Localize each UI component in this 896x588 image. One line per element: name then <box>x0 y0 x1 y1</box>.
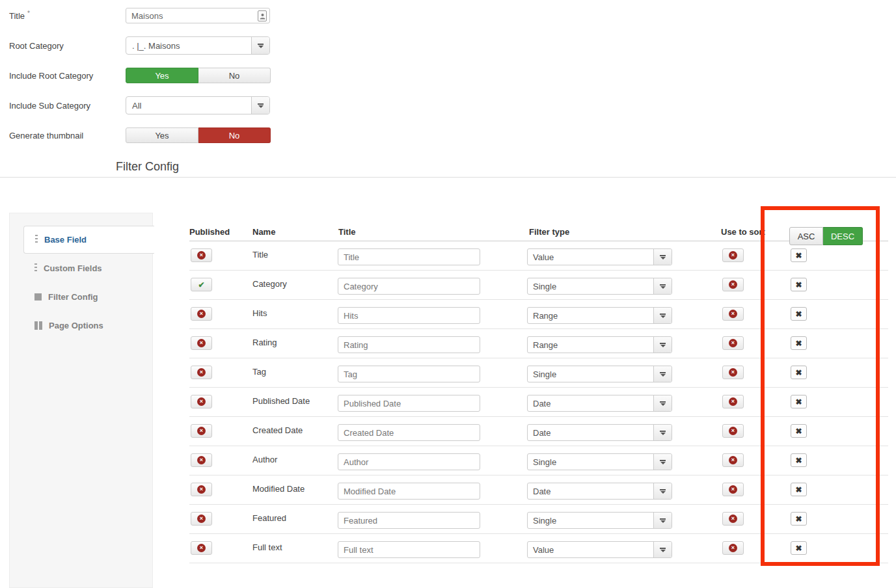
use-to-sort-toggle-button[interactable]: × <box>722 483 744 496</box>
published-toggle-button[interactable]: × <box>191 541 212 555</box>
remove-sort-button[interactable]: ✖ <box>791 307 807 321</box>
form-row-include-root: Include Root Category Yes No <box>9 68 271 83</box>
filter-type-select[interactable]: Date <box>527 483 672 500</box>
x-circle-icon: × <box>197 456 206 464</box>
table-row: × Modified Date Date × ✖ <box>189 475 888 505</box>
use-to-sort-toggle-button[interactable]: × <box>722 336 744 350</box>
include-sub-select[interactable]: All <box>126 96 270 114</box>
use-to-sort-toggle-button[interactable]: × <box>722 512 744 526</box>
published-toggle-button[interactable]: × <box>191 424 212 438</box>
field-title-input[interactable] <box>338 307 480 324</box>
published-toggle-button[interactable]: × <box>191 395 212 408</box>
generate-thumbnail-label: Generate thumbnail <box>9 131 126 140</box>
remove-sort-button[interactable]: ✖ <box>791 248 807 262</box>
column-header-filter-type: Filter type <box>529 227 569 237</box>
published-toggle-button[interactable]: × <box>191 307 212 321</box>
use-to-sort-toggle-button[interactable]: × <box>722 366 744 379</box>
filter-type-value: Range <box>528 340 653 350</box>
field-title-input[interactable] <box>338 541 480 558</box>
double-bar-icon <box>34 321 42 330</box>
root-category-label: Root Category <box>9 41 126 51</box>
table-row: × Created Date Date × ✖ <box>189 417 888 446</box>
chevron-down-icon <box>653 513 672 528</box>
table-header-row: Published Name Title Filter type Use to … <box>189 224 888 241</box>
remove-sort-button[interactable]: ✖ <box>791 453 807 467</box>
filter-fields-table: Published Name Title Filter type Use to … <box>189 224 888 563</box>
remove-sort-button[interactable]: ✖ <box>791 395 807 408</box>
field-title-input[interactable] <box>338 278 480 295</box>
use-to-sort-toggle-button[interactable]: × <box>722 278 744 291</box>
include-sub-value: All <box>126 101 251 111</box>
table-body: × Title Value × ✖ <box>189 241 888 563</box>
chevron-down-icon <box>653 483 672 499</box>
filter-type-select[interactable]: Single <box>527 512 672 529</box>
chevron-down-icon <box>251 97 269 114</box>
generate-thumbnail-no-button[interactable]: No <box>198 127 271 143</box>
x-icon: ✖ <box>795 485 802 494</box>
root-category-select[interactable]: . |_. Maisons <box>126 36 270 55</box>
filter-type-value: Date <box>528 428 653 438</box>
published-toggle-button[interactable]: × <box>191 248 212 262</box>
table-row: × Author Single × ✖ <box>189 446 888 475</box>
remove-sort-button[interactable]: ✖ <box>791 366 807 379</box>
published-toggle-button[interactable]: ✔ <box>191 278 212 291</box>
generate-thumbnail-yes-button[interactable]: Yes <box>126 127 198 143</box>
remove-sort-button[interactable]: ✖ <box>791 512 807 526</box>
sidebar-item-filter-config[interactable]: Filter Config <box>10 282 152 311</box>
filter-type-select[interactable]: Single <box>527 366 672 382</box>
published-toggle-button[interactable]: × <box>191 512 212 526</box>
published-toggle-button[interactable]: × <box>191 366 212 379</box>
use-to-sort-toggle-button[interactable]: × <box>722 541 744 555</box>
filter-type-select[interactable]: Value <box>527 248 672 265</box>
use-to-sort-toggle-button[interactable]: × <box>722 307 744 321</box>
remove-sort-button[interactable]: ✖ <box>791 424 807 438</box>
field-name-label: Modified Date <box>252 484 305 494</box>
include-root-label: Include Root Category <box>9 71 126 81</box>
filter-type-select[interactable]: Single <box>527 453 672 470</box>
chevron-down-icon <box>653 337 672 353</box>
published-toggle-button[interactable]: × <box>191 336 212 350</box>
filter-type-select[interactable]: Value <box>527 541 672 558</box>
field-title-input[interactable] <box>338 336 480 353</box>
sidebar-item-custom-fields[interactable]: Custom Fields <box>10 254 152 282</box>
field-title-input[interactable] <box>338 453 480 470</box>
use-to-sort-toggle-button[interactable]: × <box>722 248 744 262</box>
include-root-yes-button[interactable]: Yes <box>126 68 198 83</box>
filter-type-select[interactable]: Date <box>527 424 672 441</box>
use-to-sort-toggle-button[interactable]: × <box>722 395 744 408</box>
remove-sort-button[interactable]: ✖ <box>791 278 807 291</box>
filter-type-select[interactable]: Range <box>527 336 672 353</box>
filter-type-select[interactable]: Single <box>527 278 672 295</box>
filter-type-select[interactable]: Range <box>527 307 672 324</box>
filter-type-select[interactable]: Date <box>527 395 672 412</box>
include-root-no-button[interactable]: No <box>198 68 271 83</box>
include-sub-label: Include Sub Category <box>9 101 126 111</box>
published-toggle-button[interactable]: × <box>191 483 212 496</box>
field-title-input[interactable] <box>338 512 480 529</box>
sidebar-item-page-options[interactable]: Page Options <box>10 311 152 340</box>
x-icon: ✖ <box>795 544 802 553</box>
sidebar-item-label: Filter Config <box>48 292 98 302</box>
x-circle-icon: × <box>729 339 737 347</box>
use-to-sort-toggle-button[interactable]: × <box>722 453 744 467</box>
title-input[interactable] <box>126 11 250 21</box>
remove-sort-button[interactable]: ✖ <box>791 336 807 350</box>
x-circle-icon: × <box>729 280 737 289</box>
published-toggle-button[interactable]: × <box>191 453 212 467</box>
x-circle-icon: × <box>197 485 206 494</box>
field-title-input[interactable] <box>338 483 480 500</box>
use-to-sort-toggle-button[interactable]: × <box>722 424 744 438</box>
field-title-input[interactable] <box>338 424 480 441</box>
field-title-input[interactable] <box>338 366 480 382</box>
remove-sort-button[interactable]: ✖ <box>791 541 807 555</box>
remove-sort-button[interactable]: ✖ <box>791 483 807 496</box>
field-title-input[interactable] <box>338 248 480 265</box>
field-name-label: Published Date <box>252 396 310 406</box>
field-name-label: Category <box>252 279 287 289</box>
filter-type-value: Range <box>528 311 653 321</box>
x-circle-icon: × <box>197 339 206 347</box>
sidebar-item-base-field[interactable]: Base Field <box>23 226 154 254</box>
field-title-input[interactable] <box>338 395 480 412</box>
column-header-title: Title <box>338 227 356 237</box>
field-name-label: Full text <box>252 542 282 552</box>
